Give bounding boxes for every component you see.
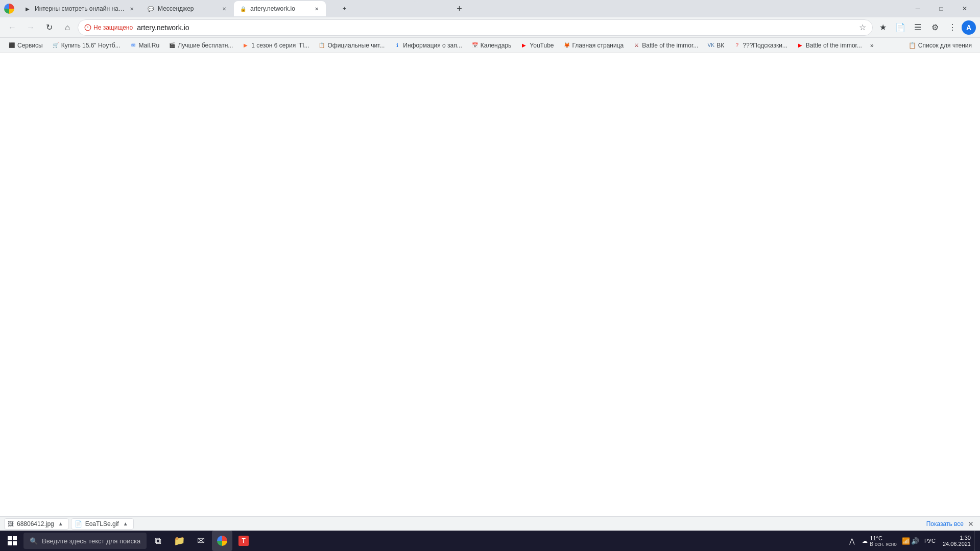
bookmark-label: ВК — [716, 42, 724, 49]
search-icon: 🔍 — [30, 537, 38, 545]
tab-title: Интерны смотреть онлайн на б... — [35, 5, 125, 12]
address-bar[interactable]: Не защищено artery.network.io ☆ — [78, 19, 873, 36]
bookmark-favicon: ▶ — [242, 42, 249, 49]
bookmark-item-bm-battle1[interactable]: ⚔Battle of the immor... — [629, 40, 702, 51]
tab-close-button[interactable]: ✕ — [220, 5, 228, 13]
chevron-up-icon[interactable]: ⋀ — [849, 537, 855, 545]
close-button[interactable]: ✕ — [953, 1, 976, 17]
reading-list-button[interactable]: 📋Список для чтения — [904, 40, 976, 51]
taskbar-clock[interactable]: 1:30 24.06.2021 — [941, 535, 973, 547]
show-desktop-button[interactable] — [974, 531, 978, 551]
tab-tab-messenger[interactable]: 💬Мессенджер✕ — [141, 1, 233, 16]
bookmark-favicon: ? — [733, 42, 740, 49]
taskbar-weather[interactable]: ☁ 11°C В осн. ясно — [858, 535, 901, 547]
downloads-bar: 🖼68806412.jpg▲📄EoaTLSe.gif▲Показать все✕ — [0, 516, 980, 531]
bookmarks-more-button[interactable]: » — [867, 40, 877, 51]
bookmark-favicon: 🦊 — [563, 42, 570, 49]
collections-button[interactable]: 📄 — [892, 19, 909, 36]
bookmark-favicon: ▶ — [520, 42, 528, 49]
downloads-close-button[interactable]: ✕ — [966, 519, 976, 529]
bookmark-star-icon[interactable]: ☆ — [859, 22, 866, 32]
tab-close-button[interactable]: ✕ — [128, 5, 136, 13]
tab-tab-new[interactable]: + — [326, 1, 418, 16]
reading-list-label: Список для чтения — [918, 42, 972, 49]
tab-title: + — [343, 5, 413, 12]
bookmark-item-bm-vk[interactable]: VKВК — [703, 40, 728, 51]
bookmark-favicon: 🛒 — [52, 42, 59, 49]
tab-tab-artery[interactable]: 🔒artery.network.io✕ — [234, 1, 326, 16]
bookmark-favicon: 🎬 — [169, 42, 176, 49]
tab-close-button[interactable]: ✕ — [313, 5, 321, 13]
main-content — [0, 53, 980, 516]
bookmark-item-bm-services[interactable]: ⬛Сервисы — [4, 40, 47, 51]
extensions-button[interactable]: ⚙ — [927, 19, 943, 36]
tab-favicon: 🔒 — [239, 5, 247, 13]
bookmark-item-bm-mainpage[interactable]: 🦊Главная страница — [559, 40, 628, 51]
back-button[interactable]: ← — [4, 19, 20, 36]
tab-tab-interni[interactable]: ▶Интерны смотреть онлайн на б...✕ — [18, 1, 141, 16]
bookmark-favicon: ⚔ — [633, 42, 640, 49]
taskbar-app5-button[interactable]: T — [233, 531, 254, 551]
settings-button[interactable]: ☰ — [910, 19, 926, 36]
bookmark-label: Сервисы — [17, 42, 43, 49]
bookmark-label: Календарь — [481, 42, 512, 49]
nav-actions: ★ 📄 ☰ ⚙ ⋮ А — [875, 19, 976, 36]
url-display: artery.network.io — [137, 23, 855, 32]
refresh-button[interactable]: ↻ — [41, 19, 57, 36]
bookmark-favicon: 📅 — [471, 42, 479, 49]
bookmark-label: Battle of the immor... — [642, 42, 698, 49]
bookmark-favicon: ℹ — [394, 42, 401, 49]
taskbar-explorer-button[interactable]: 📁 — [169, 531, 189, 551]
language-indicator[interactable]: РУС — [920, 538, 940, 544]
windows-logo-icon — [8, 536, 17, 545]
bookmark-label: Mail.Ru — [139, 42, 160, 49]
bookmark-item-bm-buy-laptop[interactable]: 🛒Купить 15.6" Ноутб... — [48, 40, 125, 51]
favorites-button[interactable]: ★ — [875, 19, 891, 36]
forward-button[interactable]: → — [22, 19, 39, 36]
bookmark-label: Главная страница — [572, 42, 624, 49]
maximize-button[interactable]: □ — [930, 1, 952, 17]
home-button[interactable]: ⌂ — [59, 19, 76, 36]
bookmark-favicon: VK — [707, 42, 714, 49]
new-tab-button[interactable]: + — [452, 2, 467, 16]
window-controls: ─ □ ✕ — [906, 1, 976, 17]
taskbar: 🔍 Введите здесь текст для поиска ⧉ 📁 ✉ T… — [0, 531, 980, 551]
bookmark-favicon: ⬛ — [8, 42, 15, 49]
download-item-dl-jpg[interactable]: 🖼68806412.jpg▲ — [4, 518, 69, 530]
download-chevron-icon[interactable]: ▲ — [122, 520, 129, 528]
reading-list-icon: 📋 — [909, 42, 916, 49]
downloads-show-all-button[interactable]: Показать все — [926, 520, 964, 528]
more-button[interactable]: ⋮ — [944, 19, 961, 36]
task-view-button[interactable]: ⧉ — [148, 531, 168, 551]
minimize-button[interactable]: ─ — [906, 1, 929, 17]
bookmarks-bar: ⬛Сервисы🛒Купить 15.6" Ноутб...✉Mail.Ru🎬Л… — [0, 38, 980, 53]
taskbar-search[interactable]: 🔍 Введите здесь текст для поиска — [23, 533, 147, 549]
chrome-logo-icon — [4, 4, 14, 14]
navbar: ← → ↻ ⌂ Не защищено artery.network.io ☆ … — [0, 17, 980, 38]
bookmark-label: 1 сезон 6 серия "П... — [251, 42, 309, 49]
bookmark-item-bm-official[interactable]: 📋Официальные чит... — [314, 40, 389, 51]
bookmark-item-bm-info[interactable]: ℹИнформация о зап... — [390, 40, 466, 51]
bookmark-item-bm-ep6[interactable]: ▶1 сезон 6 серия "П... — [238, 40, 313, 51]
download-chevron-icon[interactable]: ▲ — [57, 520, 64, 528]
bookmark-item-bm-calendar[interactable]: 📅Календарь — [467, 40, 516, 51]
weather-label: В осн. ясно — [870, 541, 897, 547]
volume-icon: 🔊 — [911, 537, 919, 545]
download-filename: 68806412.jpg — [17, 520, 54, 528]
download-item-dl-gif[interactable]: 📄EoaTLSe.gif▲ — [71, 518, 134, 530]
download-file-icon: 🖼 — [8, 520, 14, 528]
bookmark-item-bm-battle2[interactable]: ▶Battle of the immor... — [793, 40, 866, 51]
bookmark-item-bm-youtube[interactable]: ▶YouTube — [516, 40, 558, 51]
taskbar-mail-button[interactable]: ✉ — [190, 531, 211, 551]
bookmark-item-bm-hints[interactable]: ????Подсказки... — [729, 40, 792, 51]
bookmark-label: Официальные чит... — [327, 42, 385, 49]
profile-button[interactable]: А — [962, 20, 976, 35]
tabs-container: ▶Интерны смотреть онлайн на б...✕💬Мессен… — [18, 1, 450, 16]
bookmark-label: Battle of the immor... — [806, 42, 862, 49]
start-button[interactable] — [2, 531, 22, 551]
taskbar-app5-icon: T — [238, 536, 249, 546]
tab-title: Мессенджер — [158, 5, 217, 12]
bookmark-item-bm-best-free[interactable]: 🎬Лучшие бесплатн... — [164, 40, 237, 51]
taskbar-chrome-button[interactable] — [212, 531, 232, 551]
bookmark-item-bm-mailru[interactable]: ✉Mail.Ru — [126, 40, 164, 51]
